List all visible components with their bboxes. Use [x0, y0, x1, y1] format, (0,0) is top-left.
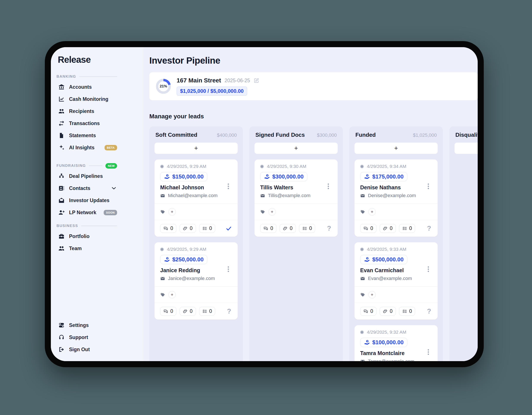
- tasks-pill[interactable]: 0: [399, 224, 415, 233]
- attachments-pill[interactable]: 0: [380, 307, 396, 316]
- unknown-status[interactable]: ?: [427, 225, 432, 232]
- sidebar-item-investor-updates[interactable]: Investor Updates: [57, 194, 117, 207]
- card-timestamp: 4/29/2025, 9:30 AM: [267, 164, 306, 169]
- paperclip-icon: [383, 226, 388, 231]
- tasks-pill[interactable]: 0: [299, 224, 315, 233]
- lead-card[interactable]: 4/29/2025, 9:34 AM $175,000.00 Denise Na…: [354, 160, 438, 237]
- tag-icon: [160, 209, 165, 214]
- money-hand-icon: [364, 174, 370, 180]
- kebab-menu-icon[interactable]: [228, 186, 229, 187]
- attachments-pill[interactable]: 0: [380, 224, 396, 233]
- status-dot-icon: [160, 165, 164, 168]
- amount-pill[interactable]: $250,000.00: [160, 255, 207, 264]
- comments-pill[interactable]: 0: [160, 224, 176, 233]
- sidebar-item-support[interactable]: Support: [57, 331, 117, 343]
- lead-card[interactable]: 4/29/2025, 9:29 AM $150,000.00 Michael J…: [154, 160, 238, 237]
- column-name: Disqualified: [455, 132, 478, 138]
- sidebar-item-statements[interactable]: Statements: [57, 129, 117, 141]
- money-hand-icon: [364, 340, 370, 346]
- chevron-down-icon[interactable]: [111, 185, 117, 191]
- add-tag-button[interactable]: +: [168, 208, 176, 216]
- lead-card[interactable]: 4/29/2025, 9:32 AM $100,000.00 Tamra Mon…: [354, 325, 438, 361]
- sidebar-item-label: Statements: [69, 133, 96, 139]
- amount-pill[interactable]: $100,000.00: [360, 338, 407, 347]
- lead-email: Tamra@example.com: [368, 358, 414, 361]
- add-lead-button[interactable]: +: [455, 142, 478, 154]
- amount-pill[interactable]: $150,000.00: [160, 172, 207, 181]
- unknown-status[interactable]: ?: [327, 225, 332, 232]
- sidebar-item-settings[interactable]: Settings: [57, 319, 117, 331]
- lead-name: Michael Johnson: [160, 184, 204, 191]
- edit-icon[interactable]: [253, 77, 259, 84]
- sidebar-item-portfolio[interactable]: Portfolio: [57, 230, 117, 242]
- checklist-icon: [202, 226, 207, 231]
- amount-pill[interactable]: $175,000.00: [360, 172, 407, 181]
- question-mark-icon: ?: [427, 307, 432, 315]
- sidebar-item-label: LP Network: [69, 210, 96, 216]
- envelope-icon: [360, 276, 365, 281]
- card-timestamp: 4/29/2025, 9:34 AM: [367, 164, 406, 169]
- sidebar-item-sign-out[interactable]: Sign Out: [57, 343, 117, 356]
- sidebar-item-accounts[interactable]: Accounts: [57, 81, 117, 93]
- comments-pill[interactable]: 0: [360, 224, 376, 233]
- tasks-pill[interactable]: 0: [399, 307, 415, 316]
- add-tag-button[interactable]: +: [368, 208, 376, 216]
- approved-status[interactable]: [226, 225, 232, 232]
- tasks-pill[interactable]: 0: [199, 307, 215, 316]
- sparkles-icon: [58, 144, 65, 151]
- unknown-status[interactable]: ?: [227, 307, 232, 315]
- sidebar-item-transactions[interactable]: Transactions: [57, 117, 117, 129]
- kebab-menu-icon[interactable]: [428, 186, 429, 187]
- sidebar-item-contacts[interactable]: Contacts: [57, 182, 117, 194]
- add-lead-button[interactable]: +: [354, 142, 438, 154]
- lead-email: Denise@example.com: [368, 193, 416, 198]
- add-lead-button[interactable]: +: [255, 142, 338, 154]
- lead-amount: $100,000.00: [372, 339, 404, 346]
- amount-pill[interactable]: $300,000.00: [260, 172, 307, 181]
- paperclip-icon: [183, 309, 188, 314]
- tasks-pill[interactable]: 0: [199, 224, 215, 233]
- comments-pill[interactable]: 0: [360, 307, 376, 316]
- lead-email: Michael@example.com: [168, 193, 218, 198]
- money-hand-icon: [164, 174, 170, 180]
- add-lead-button[interactable]: +: [154, 142, 238, 154]
- new-badge: NEW: [105, 163, 117, 169]
- sidebar-item-team[interactable]: Team: [57, 242, 117, 255]
- attachments-pill[interactable]: 0: [180, 224, 196, 233]
- sidebar-item-deal-pipelines[interactable]: Deal Pipelines: [57, 170, 117, 182]
- kebab-menu-icon[interactable]: [428, 351, 429, 353]
- add-tag-button[interactable]: +: [368, 291, 376, 298]
- kebab-menu-icon[interactable]: [228, 269, 229, 270]
- comments-pill[interactable]: 0: [160, 307, 176, 316]
- team-icon: [58, 245, 65, 252]
- unknown-status[interactable]: ?: [427, 307, 432, 315]
- lead-card[interactable]: 4/29/2025, 9:33 AM $500,000.00 Evan Carm…: [354, 242, 438, 320]
- sidebar-item-recipients[interactable]: Recipients: [57, 105, 117, 117]
- kebab-menu-icon[interactable]: [328, 186, 329, 187]
- sidebar-item-cash-monitoring[interactable]: Cash Monitoring: [57, 93, 117, 105]
- kebab-menu-icon[interactable]: [428, 269, 429, 270]
- mail-open-icon: [58, 197, 65, 204]
- sidebar-item-lp-network[interactable]: LP Network SOON: [57, 207, 117, 218]
- lead-card[interactable]: 4/29/2025, 9:30 AM $300,000.00 Tillis Wa…: [255, 160, 338, 237]
- attachments-pill[interactable]: 0: [180, 307, 196, 316]
- amount-pill[interactable]: $500,000.00: [360, 255, 407, 264]
- section-label: BUSINESS: [57, 224, 78, 228]
- status-dot-icon: [260, 165, 264, 168]
- section-label: FUNDRAISING: [57, 164, 86, 168]
- lead-name: Tillis Walters: [260, 184, 293, 191]
- status-dot-icon: [360, 247, 364, 251]
- transfer-arrows-icon: [58, 120, 65, 127]
- add-tag-button[interactable]: +: [168, 291, 176, 298]
- attachments-pill[interactable]: 0: [280, 224, 296, 233]
- sidebar-item-label: Contacts: [69, 185, 90, 191]
- sidebar-item-ai-insights[interactable]: AI Insights BETA: [57, 141, 117, 154]
- card-timestamp: 4/29/2025, 9:29 AM: [167, 164, 206, 169]
- business-nav: Portfolio Team: [57, 230, 117, 255]
- card-timestamp: 4/29/2025, 9:32 AM: [367, 330, 406, 335]
- contact-card-icon: [58, 185, 65, 191]
- comments-pill[interactable]: 0: [260, 224, 276, 233]
- lead-card[interactable]: 4/29/2025, 9:29 AM $250,000.00 Janice Re…: [154, 242, 238, 320]
- add-tag-button[interactable]: +: [268, 208, 276, 216]
- money-hand-icon: [164, 257, 170, 263]
